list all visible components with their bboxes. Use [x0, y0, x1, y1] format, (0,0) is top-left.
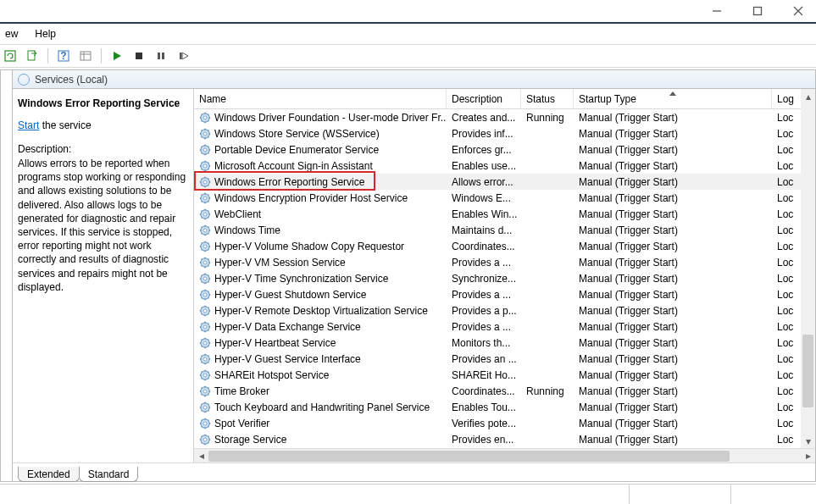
table-row[interactable]: Windows Store Service (WSService)Provide… [194, 125, 815, 141]
scroll-up-icon[interactable]: ▴ [801, 89, 815, 103]
table-row[interactable]: Touch Keyboard and Handwriting Panel Ser… [194, 399, 815, 415]
svg-line-56 [208, 162, 208, 163]
svg-point-88 [203, 229, 207, 232]
pause-icon[interactable] [153, 47, 169, 64]
table-row[interactable]: WebClientEnables Win...Manual (Trigger S… [194, 206, 815, 222]
tree-pane-collapsed[interactable] [0, 69, 12, 482]
service-startup: Manual (Trigger Start) [574, 128, 772, 140]
table-row[interactable]: Spot VerifierVerifies pote...Manual (Tri… [194, 415, 815, 431]
col-description[interactable]: Description [447, 89, 521, 108]
svg-line-125 [202, 281, 203, 282]
svg-line-164 [208, 346, 208, 346]
table-row[interactable]: Hyper-V Heartbeat ServiceMonitors th...M… [194, 335, 815, 351]
menu-view[interactable]: ew [2, 26, 21, 42]
vscroll-track[interactable] [801, 103, 815, 434]
svg-line-196 [208, 387, 208, 388]
table-row[interactable]: Time BrokerCoordinates...RunningManual (… [194, 383, 815, 399]
svg-rect-8 [80, 52, 91, 60]
refresh-icon[interactable] [2, 47, 19, 64]
service-description: Creates and... [447, 112, 521, 124]
svg-point-98 [203, 245, 207, 248]
svg-line-53 [202, 162, 203, 163]
export-icon[interactable] [24, 47, 41, 64]
svg-point-128 [203, 293, 207, 296]
table-row[interactable]: Hyper-V Data Exchange ServiceProvides a … [194, 318, 815, 335]
table-row[interactable]: SHAREit Hotspot ServiceSHAREit Ho...Manu… [194, 367, 815, 383]
svg-line-94 [208, 233, 208, 234]
gear-icon [199, 289, 211, 301]
svg-line-176 [208, 355, 208, 356]
svg-point-18 [203, 116, 207, 119]
toolbar: ? [0, 44, 816, 68]
scroll-right-icon[interactable]: ▸ [801, 449, 815, 463]
table-row[interactable]: Windows Error Reporting ServiceAllows er… [194, 174, 815, 190]
svg-line-186 [208, 371, 208, 372]
gear-icon [199, 112, 211, 124]
table-row[interactable]: Hyper-V Volume Shadow Copy RequestorCoor… [194, 238, 815, 254]
service-description: Provides a ... [447, 257, 521, 269]
table-row[interactable]: Hyper-V Time Synchronization ServiceSync… [194, 270, 815, 286]
service-name: Hyper-V Volume Shadow Copy Requestor [214, 241, 404, 252]
svg-line-155 [202, 330, 203, 330]
restart-icon[interactable] [175, 47, 192, 64]
table-row[interactable]: Windows Encryption Provider Host Service… [194, 190, 815, 206]
hscroll-thumb[interactable] [208, 451, 730, 462]
table-row[interactable]: Hyper-V Remote Desktop Virtualization Se… [194, 302, 815, 318]
status-bar [0, 484, 816, 504]
table-row[interactable]: Windows Driver Foundation - User-mode Dr… [194, 109, 815, 125]
table-row[interactable]: Windows TimeMaintains d...Manual (Trigge… [194, 222, 815, 238]
tab-extended[interactable]: Extended [18, 467, 80, 482]
vscroll-thumb[interactable] [802, 335, 813, 407]
svg-point-108 [203, 261, 207, 264]
svg-line-144 [208, 313, 208, 314]
close-button[interactable] [787, 3, 809, 19]
service-name: Hyper-V VM Session Service [214, 257, 346, 269]
table-row[interactable]: Hyper-V VM Session ServiceProvides a ...… [194, 254, 815, 270]
maximize-button[interactable] [747, 3, 769, 19]
tab-standard[interactable]: Standard [79, 467, 139, 482]
svg-line-154 [208, 330, 208, 330]
service-startup: Manual (Trigger Start) [574, 434, 772, 446]
horizontal-scrollbar[interactable]: ◂ ▸ [194, 448, 815, 462]
scroll-down-icon[interactable]: ▾ [801, 434, 815, 448]
svg-line-183 [202, 371, 203, 372]
minimize-button[interactable] [706, 3, 728, 19]
properties-icon[interactable] [77, 47, 94, 64]
start-icon[interactable] [108, 47, 125, 64]
col-startup-type[interactable]: Startup Type [574, 89, 772, 108]
hscroll-track[interactable] [208, 449, 801, 463]
col-status[interactable]: Status [521, 89, 574, 108]
status-seg-3 [731, 485, 816, 504]
gear-icon [199, 321, 211, 333]
service-startup: Manual (Trigger Start) [574, 241, 772, 252]
svg-line-66 [208, 178, 208, 179]
content-pane: Services (Local) Windows Error Reporting… [12, 69, 816, 482]
svg-rect-15 [180, 53, 182, 59]
svg-rect-13 [158, 53, 160, 59]
svg-line-93 [202, 226, 203, 227]
svg-line-133 [202, 291, 203, 291]
start-service-link[interactable]: Start [18, 119, 39, 131]
svg-line-95 [202, 233, 203, 234]
table-row[interactable]: Hyper-V Guest Shutdown ServiceProvides a… [194, 286, 815, 302]
svg-line-64 [208, 185, 208, 186]
svg-line-143 [202, 307, 203, 307]
scroll-left-icon[interactable]: ◂ [194, 449, 208, 463]
service-name: Windows Store Service (WSService) [214, 128, 380, 140]
col-name[interactable]: Name [194, 89, 447, 108]
table-row[interactable]: Microsoft Account Sign-in AssistantEnabl… [194, 158, 815, 174]
svg-line-34 [208, 136, 208, 137]
svg-line-185 [202, 378, 203, 379]
svg-line-134 [208, 297, 208, 298]
help-icon[interactable]: ? [55, 47, 72, 64]
menu-help[interactable]: Help [31, 26, 59, 42]
vertical-scrollbar[interactable]: ▴ ▾ [801, 89, 815, 448]
table-row[interactable]: Hyper-V Guest Service InterfaceProvides … [194, 351, 815, 367]
svg-line-84 [208, 217, 208, 218]
service-description: Windows E... [447, 192, 521, 204]
stop-icon[interactable] [130, 47, 147, 64]
svg-line-213 [202, 419, 203, 420]
table-row[interactable]: Storage ServiceProvides en...Manual (Tri… [194, 431, 815, 447]
svg-line-115 [202, 265, 203, 266]
table-row[interactable]: Portable Device Enumerator ServiceEnforc… [194, 141, 815, 158]
